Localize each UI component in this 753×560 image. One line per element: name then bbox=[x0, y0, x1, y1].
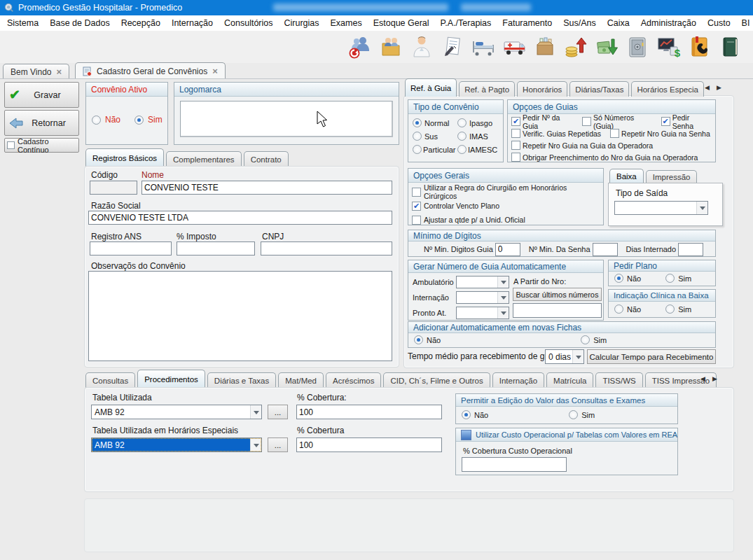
ambulance-icon[interactable] bbox=[501, 33, 527, 61]
pedir-senha-checkbox[interactable] bbox=[661, 117, 670, 126]
tab-acrescimos[interactable]: Acréscimos bbox=[326, 372, 381, 388]
particular-radio[interactable] bbox=[413, 145, 422, 154]
regra-cirurgiao-checkbox[interactable] bbox=[412, 188, 421, 197]
verific-guias-repetidas-checkbox[interactable] bbox=[511, 129, 520, 138]
menu-internacao[interactable]: Internação bbox=[166, 16, 219, 30]
patients-folder-icon[interactable] bbox=[378, 33, 404, 61]
cadastro-continuo-toggle[interactable]: Cadastro Contínuo bbox=[4, 138, 79, 153]
normal-radio[interactable] bbox=[413, 118, 422, 127]
doctor-icon[interactable] bbox=[408, 33, 435, 61]
repetir-nro-guia-operadora-checkbox[interactable] bbox=[511, 141, 520, 150]
cobertura-custo-field[interactable] bbox=[462, 457, 567, 472]
chevron-down-icon[interactable] bbox=[497, 292, 509, 303]
obrigar-preenchimento-checkbox[interactable] bbox=[511, 153, 520, 162]
menu-exames[interactable]: Exames bbox=[325, 16, 368, 30]
chevron-down-icon[interactable] bbox=[497, 276, 509, 288]
fichas-sim-radio[interactable] bbox=[581, 335, 590, 344]
tab-consultas[interactable]: Consultas bbox=[85, 372, 135, 388]
tempo-medio-dropdown[interactable]: 0 dias bbox=[545, 349, 584, 364]
menu-sistema[interactable]: Sistema bbox=[1, 16, 44, 30]
controlar-vencto-plano-checkbox[interactable] bbox=[412, 202, 421, 211]
convenio-ativo-nao-radio[interactable] bbox=[92, 115, 101, 125]
pharmacy-stock-icon[interactable] bbox=[532, 33, 558, 61]
tab-ref-a-guia[interactable]: Ref. à Guia bbox=[405, 78, 457, 97]
safe-icon[interactable] bbox=[624, 33, 651, 61]
registro-ans-field[interactable] bbox=[90, 241, 172, 255]
permitir-sim-radio[interactable] bbox=[569, 410, 578, 419]
calcular-tempo-button[interactable]: Calcular Tempo para Recebimento bbox=[587, 349, 716, 364]
fichas-nao-radio[interactable] bbox=[414, 335, 423, 344]
menu-caixa[interactable]: Caixa bbox=[602, 16, 635, 30]
razao-social-field[interactable] bbox=[88, 211, 392, 225]
min-digitos-guia-field[interactable] bbox=[495, 243, 520, 256]
observacoes-field[interactable] bbox=[88, 271, 392, 361]
radio-imas[interactable]: IMAS bbox=[457, 132, 503, 141]
scroll-left-icon[interactable] bbox=[705, 82, 710, 92]
tab-baixa[interactable]: Baixa bbox=[609, 169, 644, 183]
manual-book-icon[interactable] bbox=[717, 33, 743, 61]
buscar-ultimos-numeros-button[interactable]: Buscar últimos números bbox=[513, 288, 602, 301]
tab-honorarios[interactable]: Honorários bbox=[517, 81, 567, 97]
iamesc-radio[interactable] bbox=[457, 145, 467, 154]
tab-bem-vindo[interactable]: Bem Vindo bbox=[3, 64, 69, 79]
sus-radio[interactable] bbox=[413, 132, 422, 141]
repetir-nro-guia-senha-checkbox[interactable] bbox=[610, 129, 619, 138]
indicacao-nao-radio[interactable] bbox=[614, 304, 623, 314]
users-sync-icon[interactable] bbox=[347, 33, 373, 61]
tab-diarias-e-taxas[interactable]: Diárias e Taxas bbox=[207, 372, 276, 388]
tab-horarios-especiais[interactable]: Horários Especia bbox=[631, 81, 704, 97]
imas-radio[interactable] bbox=[457, 132, 467, 141]
pedir-plano-nao-radio[interactable] bbox=[614, 274, 623, 283]
payment-down-icon[interactable] bbox=[593, 33, 620, 61]
indicacao-sim-radio[interactable] bbox=[665, 304, 675, 314]
imposto-field[interactable] bbox=[177, 241, 255, 255]
tab-tiss-ws[interactable]: TISS/WS bbox=[595, 372, 642, 388]
cobertura-field[interactable] bbox=[296, 405, 442, 419]
tab-ref-a-pagto[interactable]: Ref. à Pagto bbox=[459, 81, 515, 97]
min-senha-field[interactable] bbox=[593, 243, 618, 256]
so-numeros-guia-checkbox[interactable] bbox=[582, 117, 591, 126]
radio-iamesc[interactable]: IAMESC bbox=[457, 145, 503, 154]
menu-faturamento[interactable]: Faturamento bbox=[497, 16, 558, 30]
tabela-especiais-dropdown[interactable]: AMB 92 bbox=[91, 438, 262, 452]
revenue-up-icon[interactable] bbox=[562, 33, 589, 61]
internacao-dropdown[interactable] bbox=[456, 291, 509, 304]
cobertura2-field[interactable] bbox=[296, 438, 442, 452]
radio-ipasgo[interactable]: Ipasgo bbox=[457, 118, 503, 127]
radio-sus[interactable]: Sus bbox=[413, 132, 457, 141]
radio-normal[interactable]: Normal bbox=[413, 118, 457, 127]
nome-field[interactable] bbox=[141, 181, 392, 195]
pronto-at-dropdown[interactable] bbox=[456, 307, 509, 319]
ambulatorio-dropdown[interactable] bbox=[456, 276, 509, 288]
save-button[interactable]: ✔ Gravar bbox=[4, 82, 79, 108]
tabela-especiais-browse-button[interactable]: ... bbox=[268, 438, 288, 452]
phone-directory-icon[interactable] bbox=[686, 33, 712, 61]
convenio-ativo-sim-radio[interactable] bbox=[134, 115, 144, 125]
finance-chart-icon[interactable]: $ bbox=[655, 33, 682, 61]
chevron-down-icon[interactable] bbox=[250, 438, 261, 451]
cnpj-field[interactable] bbox=[261, 241, 392, 255]
tipo-saida-dropdown[interactable] bbox=[614, 201, 708, 215]
scroll-right-icon[interactable] bbox=[712, 373, 717, 383]
a-partir-nro-field[interactable] bbox=[513, 303, 602, 318]
chevron-down-icon[interactable] bbox=[572, 350, 583, 363]
menu-recepcao[interactable]: Recepção bbox=[116, 16, 166, 30]
tab-matricula[interactable]: Matrícula bbox=[546, 372, 593, 388]
permitir-nao-radio[interactable] bbox=[462, 410, 471, 419]
tab-procedimentos[interactable]: Procedimentos bbox=[137, 370, 205, 388]
menu-administracao[interactable]: Administração bbox=[635, 16, 702, 30]
scroll-right-icon[interactable] bbox=[717, 82, 721, 92]
tab-contrato[interactable]: Contrato bbox=[244, 151, 289, 167]
close-icon[interactable] bbox=[212, 66, 218, 76]
ajustar-qtde-checkbox[interactable] bbox=[412, 216, 421, 225]
menu-base-de-dados[interactable]: Base de Dados bbox=[44, 16, 115, 30]
menu-custo[interactable]: Custo bbox=[702, 16, 736, 30]
close-icon[interactable] bbox=[56, 67, 62, 77]
menu-bi[interactable]: BI bbox=[736, 16, 753, 30]
chevron-down-icon[interactable] bbox=[497, 307, 509, 318]
back-button[interactable]: Retornar bbox=[4, 110, 79, 136]
tab-complementares[interactable]: Complementares bbox=[166, 151, 242, 167]
tab-internacao-bottom[interactable]: Internação bbox=[492, 372, 544, 388]
tabela-utilizada-dropdown[interactable]: AMB 92 bbox=[91, 405, 262, 419]
logomarca-image-box[interactable] bbox=[180, 101, 393, 137]
